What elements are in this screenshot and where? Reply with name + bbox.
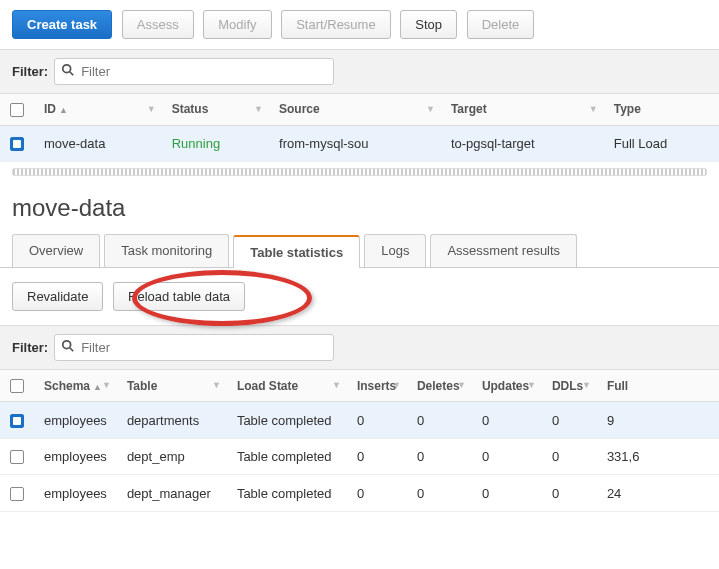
filter-label: Filter: bbox=[12, 64, 48, 79]
cell-schema: employees bbox=[34, 475, 117, 512]
cell-schema: employees bbox=[34, 438, 117, 475]
cell-deletes: 0 bbox=[407, 475, 472, 512]
stats-filter-input[interactable] bbox=[54, 334, 334, 361]
cell-table: dept_manager bbox=[117, 475, 227, 512]
cell-ddls: 0 bbox=[542, 475, 597, 512]
cell-target: to-pgsql-target bbox=[441, 125, 604, 162]
col-id[interactable]: ID▲▼ bbox=[34, 94, 162, 125]
search-icon bbox=[61, 63, 75, 80]
cell-inserts: 0 bbox=[347, 475, 407, 512]
tab-overview[interactable]: Overview bbox=[12, 234, 100, 267]
row-checkbox[interactable] bbox=[10, 137, 24, 151]
delete-button[interactable]: Delete bbox=[467, 10, 535, 39]
svg-point-2 bbox=[63, 341, 71, 349]
cell-updates: 0 bbox=[472, 475, 542, 512]
cell-full: 9 bbox=[597, 402, 719, 439]
cell-id: move-data bbox=[34, 125, 162, 162]
search-icon bbox=[61, 339, 75, 356]
col-updates[interactable]: Updates▼ bbox=[472, 370, 542, 401]
cell-deletes: 0 bbox=[407, 402, 472, 439]
tab-monitoring[interactable]: Task monitoring bbox=[104, 234, 229, 267]
svg-line-3 bbox=[70, 348, 74, 352]
col-deletes[interactable]: Deletes▼ bbox=[407, 370, 472, 401]
cell-table: dept_emp bbox=[117, 438, 227, 475]
cell-updates: 0 bbox=[472, 402, 542, 439]
detail-tabs: Overview Task monitoring Table statistic… bbox=[0, 234, 719, 268]
cell-load-state: Table completed bbox=[227, 438, 347, 475]
table-row[interactable]: employeesdept_managerTable completed0000… bbox=[0, 475, 719, 512]
resize-handle[interactable] bbox=[12, 168, 707, 176]
col-ddls[interactable]: DDLs▼ bbox=[542, 370, 597, 401]
cell-ddls: 0 bbox=[542, 438, 597, 475]
tasks-table: ID▲▼ Status▼ Source▼ Target▼ Type move-d… bbox=[0, 94, 719, 162]
cell-ddls: 0 bbox=[542, 402, 597, 439]
tasks-filter-bar: Filter: bbox=[0, 49, 719, 94]
table-row[interactable]: move-data Running from-mysql-sou to-pgsq… bbox=[0, 125, 719, 162]
col-schema[interactable]: Schema▲▼ bbox=[34, 370, 117, 401]
detail-title: move-data bbox=[0, 182, 719, 234]
cell-schema: employees bbox=[34, 402, 117, 439]
cell-type: Full Load bbox=[604, 125, 719, 162]
revalidate-button[interactable]: Revalidate bbox=[12, 282, 103, 311]
top-toolbar: Create task Assess Modify Start/Resume S… bbox=[0, 0, 719, 49]
cell-status: Running bbox=[162, 125, 269, 162]
modify-button[interactable]: Modify bbox=[203, 10, 271, 39]
cell-load-state: Table completed bbox=[227, 402, 347, 439]
col-status[interactable]: Status▼ bbox=[162, 94, 269, 125]
assess-button[interactable]: Assess bbox=[122, 10, 194, 39]
cell-inserts: 0 bbox=[347, 438, 407, 475]
col-full[interactable]: Full bbox=[597, 370, 719, 401]
col-target[interactable]: Target▼ bbox=[441, 94, 604, 125]
stop-button[interactable]: Stop bbox=[400, 10, 457, 39]
tab-logs[interactable]: Logs bbox=[364, 234, 426, 267]
col-type[interactable]: Type bbox=[604, 94, 719, 125]
cell-full: 331,6 bbox=[597, 438, 719, 475]
tasks-filter-input[interactable] bbox=[54, 58, 334, 85]
create-task-button[interactable]: Create task bbox=[12, 10, 112, 39]
col-source[interactable]: Source▼ bbox=[269, 94, 441, 125]
stats-table: Schema▲▼ Table▼ Load State▼ Inserts▼ Del… bbox=[0, 370, 719, 512]
cell-table: departments bbox=[117, 402, 227, 439]
cell-inserts: 0 bbox=[347, 402, 407, 439]
svg-point-0 bbox=[63, 65, 71, 73]
svg-line-1 bbox=[70, 72, 74, 76]
row-checkbox[interactable] bbox=[10, 414, 24, 428]
select-all-checkbox[interactable] bbox=[10, 379, 24, 393]
cell-updates: 0 bbox=[472, 438, 542, 475]
reload-table-data-button[interactable]: Reload table data bbox=[113, 282, 245, 311]
cell-deletes: 0 bbox=[407, 438, 472, 475]
col-inserts[interactable]: Inserts▼ bbox=[347, 370, 407, 401]
table-row[interactable]: employeesdepartmentsTable completed00009 bbox=[0, 402, 719, 439]
col-table[interactable]: Table▼ bbox=[117, 370, 227, 401]
cell-load-state: Table completed bbox=[227, 475, 347, 512]
table-row[interactable]: employeesdept_empTable completed0000331,… bbox=[0, 438, 719, 475]
row-checkbox[interactable] bbox=[10, 487, 24, 501]
filter-label: Filter: bbox=[12, 340, 48, 355]
tab-assessment[interactable]: Assessment results bbox=[430, 234, 577, 267]
stats-filter-bar: Filter: bbox=[0, 325, 719, 370]
select-all-checkbox[interactable] bbox=[10, 103, 24, 117]
start-resume-button[interactable]: Start/Resume bbox=[281, 10, 390, 39]
tab-table-statistics[interactable]: Table statistics bbox=[233, 235, 360, 268]
cell-source: from-mysql-sou bbox=[269, 125, 441, 162]
col-load-state[interactable]: Load State▼ bbox=[227, 370, 347, 401]
row-checkbox[interactable] bbox=[10, 450, 24, 464]
cell-full: 24 bbox=[597, 475, 719, 512]
stats-actions: Revalidate Reload table data bbox=[0, 268, 719, 325]
